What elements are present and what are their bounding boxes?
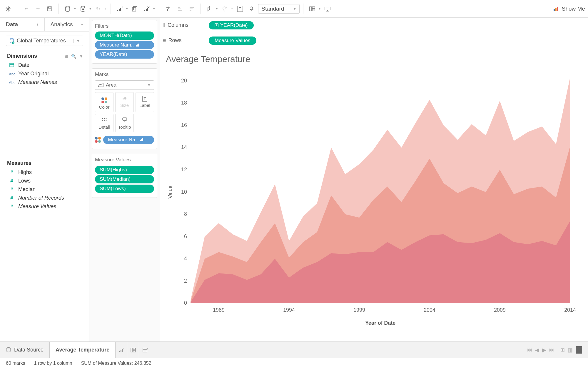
measure-values-card: Measure Values SUM(Highs)SUM(Median)SUM(… <box>92 154 157 198</box>
menu-icon[interactable]: ▼ <box>79 54 83 59</box>
svg-text:Year of Date: Year of Date <box>365 320 395 326</box>
highlight-button[interactable] <box>204 4 215 14</box>
measure-field[interactable]: #Measure Values <box>0 202 89 211</box>
svg-text:10: 10 <box>181 189 187 195</box>
show-labels-button[interactable]: T <box>235 4 245 14</box>
filter-pill[interactable]: MONTH(Date) <box>95 32 154 40</box>
status-rows: 1 row by 1 column <box>34 361 72 366</box>
svg-text:1999: 1999 <box>353 307 365 313</box>
back-button[interactable]: ← <box>21 4 31 14</box>
svg-rect-11 <box>119 9 120 11</box>
svg-rect-8 <box>82 9 83 10</box>
svg-point-51 <box>104 120 105 121</box>
show-cards-button[interactable] <box>307 4 318 14</box>
svg-rect-79 <box>122 349 123 352</box>
dimension-field[interactable]: AbcYear Original <box>0 69 89 78</box>
columns-pill[interactable]: +YEAR(Date) <box>209 21 254 29</box>
pin-button[interactable] <box>246 4 257 14</box>
sheet-tabs-bar: Data Source Average Temperature + + + ⏮ … <box>0 342 588 358</box>
tab-analytics[interactable]: Analytics♦ <box>45 18 89 31</box>
search-icon[interactable]: 🔍 <box>71 54 76 59</box>
show-filmstrip-icon[interactable]: ▥ <box>568 347 573 353</box>
mark-color-button[interactable]: Color <box>95 92 113 112</box>
mark-size-button[interactable]: Size <box>115 92 134 112</box>
status-marks: 60 marks <box>6 361 25 366</box>
sort-asc-button[interactable] <box>175 4 185 14</box>
svg-rect-31 <box>312 9 315 11</box>
svg-rect-32 <box>325 7 330 10</box>
measure-field[interactable]: #Median <box>0 185 89 194</box>
measure-value-pill[interactable]: SUM(Median) <box>95 175 154 183</box>
mark-tooltip-button[interactable]: Tooltip <box>115 114 134 132</box>
sort-desc-button[interactable] <box>186 4 197 14</box>
new-worksheet-button[interactable]: + <box>114 4 125 14</box>
svg-text:0: 0 <box>184 300 187 306</box>
rows-icon: ≡ <box>163 37 166 44</box>
next-sheet-icon[interactable]: ▶ <box>542 347 546 353</box>
svg-rect-12 <box>120 8 121 11</box>
new-sheet-button[interactable]: + <box>116 342 127 358</box>
measure-value-pill[interactable]: SUM(Lows) <box>95 185 154 193</box>
status-sum: SUM of Measure Values: 246.352 <box>81 361 151 366</box>
prev-sheet-icon[interactable]: ◀ <box>535 347 539 353</box>
first-sheet-icon[interactable]: ⏮ <box>527 347 532 353</box>
clear-sheet-button[interactable] <box>141 4 152 14</box>
svg-rect-35 <box>554 9 555 11</box>
sheet-tab-active[interactable]: Average Temperature <box>49 342 116 358</box>
mark-type-select[interactable]: Area▼ <box>95 80 154 90</box>
show-me-button[interactable]: Show Me <box>553 6 585 12</box>
forward-button[interactable]: → <box>33 4 43 14</box>
sheet-nav: ⏮ ◀ ▶ ⏭ ⊞ ▥ ▬ <box>521 346 588 354</box>
refresh-button[interactable]: ↻ <box>93 4 103 14</box>
measure-value-pill[interactable]: SUM(Highs) <box>95 166 154 174</box>
measure-field[interactable]: #Number of Records <box>0 194 89 202</box>
columns-shelf[interactable]: ⦀Columns +YEAR(Date) <box>160 18 588 33</box>
area-chart[interactable]: 0246810121416182019891994199920042009201… <box>163 70 576 336</box>
svg-rect-16 <box>144 10 145 11</box>
tableau-logo-icon[interactable] <box>3 4 14 14</box>
svg-rect-37 <box>557 7 558 11</box>
svg-rect-17 <box>146 9 147 11</box>
svg-text:2014: 2014 <box>564 307 576 313</box>
presentation-button[interactable] <box>322 4 333 14</box>
show-tabs-icon[interactable]: ⊞ <box>560 347 565 353</box>
swap-button[interactable] <box>163 4 173 14</box>
svg-rect-25 <box>190 9 193 9</box>
datasource-tab[interactable]: Data Source <box>0 342 49 358</box>
dimension-field[interactable]: Date <box>0 61 89 69</box>
new-story-button[interactable]: + <box>139 342 151 358</box>
rows-shelf[interactable]: ≡Rows Measure Values <box>160 33 588 48</box>
duplicate-sheet-button[interactable] <box>130 4 140 14</box>
status-bar: 60 marks 1 row by 1 column SUM of Measur… <box>0 358 588 368</box>
filter-pill[interactable]: YEAR(Date) <box>95 50 154 59</box>
mark-detail-button[interactable]: Detail <box>95 114 113 132</box>
filter-pill[interactable]: Measure Nam.. <box>95 41 154 49</box>
measure-field[interactable]: #Highs <box>0 168 89 177</box>
new-dashboard-button[interactable]: + <box>127 342 139 358</box>
view-as-icon[interactable]: ⊞ <box>65 54 68 59</box>
mark-label-button[interactable]: TLabel <box>136 92 154 112</box>
tab-data[interactable]: Data♦ <box>0 18 45 31</box>
measure-field[interactable]: #Lows <box>0 177 89 185</box>
group-button[interactable] <box>219 4 230 14</box>
svg-rect-44 <box>138 44 139 47</box>
new-datasource-button[interactable] <box>62 4 73 14</box>
chart-title[interactable]: Average Temperature <box>160 48 588 67</box>
svg-text:12: 12 <box>181 167 187 173</box>
svg-point-48 <box>104 118 105 119</box>
color-shelf-pill[interactable]: Measure Na.. <box>95 135 154 145</box>
last-sheet-icon[interactable]: ⏭ <box>549 347 554 353</box>
svg-text:Value: Value <box>167 185 173 198</box>
datasource-select[interactable]: Global Temperatures▼ <box>6 36 83 46</box>
rows-pill[interactable]: Measure Values <box>209 37 256 45</box>
pause-updates-button[interactable] <box>78 4 88 14</box>
svg-rect-54 <box>140 140 141 141</box>
fit-select[interactable]: Standard▼ <box>258 4 300 14</box>
marks-card: Marks Area▼ ColorSizeTLabelDetailTooltip… <box>92 68 157 149</box>
svg-rect-24 <box>190 7 194 8</box>
dimension-field[interactable]: AbcMeasure Names <box>0 78 89 87</box>
svg-text:4: 4 <box>184 256 187 261</box>
show-sheets-icon[interactable]: ▬ <box>576 346 582 354</box>
save-button[interactable] <box>44 4 55 14</box>
svg-point-28 <box>225 7 226 8</box>
